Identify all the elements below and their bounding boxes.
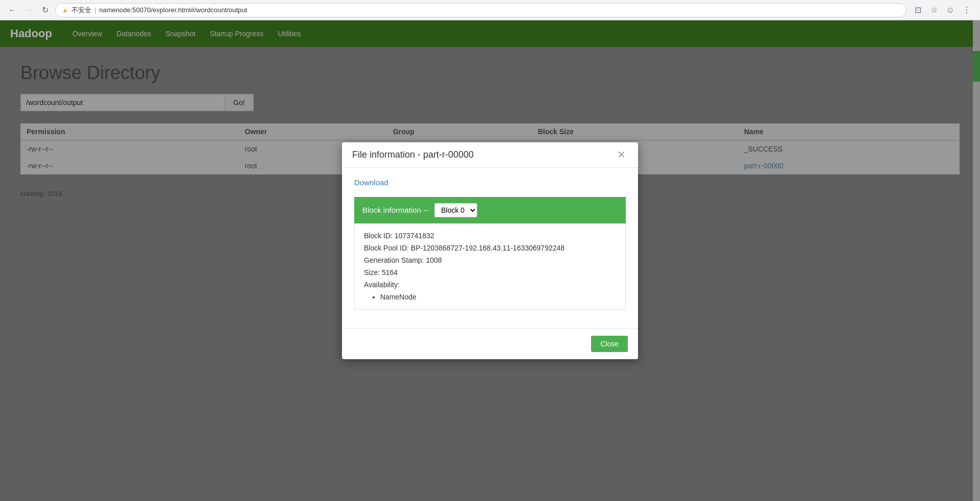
reload-button[interactable]: ↻ xyxy=(39,4,51,16)
modal-body: Download Block information -- Block 0 Bl… xyxy=(342,168,638,328)
modal-header: File information - part-r-00000 ✕ xyxy=(342,142,638,168)
address-bar[interactable]: ▲ 不安全 | namenode:50070/explorer.html#/wo… xyxy=(55,3,906,17)
warning-icon: ▲ xyxy=(62,6,68,14)
modal-close-button[interactable]: ✕ xyxy=(615,149,628,160)
availability-label: Availability: xyxy=(364,281,616,289)
modal-footer: Close xyxy=(342,328,638,359)
availability-item: NameNode xyxy=(380,293,616,301)
back-button[interactable]: ← xyxy=(6,4,18,16)
modal-title: File information - part-r-00000 xyxy=(352,149,474,160)
block-pool-id: Block Pool ID: BP-1203868727-192.168.43.… xyxy=(364,244,616,252)
browser-chrome: ← → ↻ ▲ 不安全 | namenode:50070/explorer.ht… xyxy=(0,0,980,20)
url-text: namenode:50070/explorer.html#/wordcount/… xyxy=(99,6,247,14)
generation-stamp: Generation Stamp: 1008 xyxy=(364,256,616,264)
bookmark-button[interactable]: ☆ xyxy=(927,3,941,17)
cast-button[interactable]: ⊡ xyxy=(911,3,925,17)
block-details: Block ID: 1073741832 Block Pool ID: BP-1… xyxy=(354,223,626,310)
warning-text: 不安全 xyxy=(71,6,91,15)
modal-overlay: File information - part-r-00000 ✕ Downlo… xyxy=(0,20,980,501)
availability-list: NameNode xyxy=(364,293,616,301)
block-select[interactable]: Block 0 xyxy=(434,203,477,217)
forward-button[interactable]: → xyxy=(22,4,35,16)
modal-dialog: File information - part-r-00000 ✕ Downlo… xyxy=(342,142,638,359)
profile-button[interactable]: ☺ xyxy=(943,3,958,17)
browser-icons: ⊡ ☆ ☺ ⋮ xyxy=(911,3,974,17)
download-link[interactable]: Download xyxy=(354,178,388,187)
block-info-container: Block information -- Block 0 Block ID: 1… xyxy=(354,197,626,310)
block-info-label: Block information -- xyxy=(362,206,428,214)
close-button[interactable]: Close xyxy=(591,336,628,352)
size-label: Size: 5164 xyxy=(364,268,616,277)
page-background: Hadoop Overview Datanodes Snapshot Start… xyxy=(0,20,980,501)
menu-button[interactable]: ⋮ xyxy=(960,3,974,17)
block-id: Block ID: 1073741832 xyxy=(364,232,616,240)
block-info-header: Block information -- Block 0 xyxy=(354,197,626,223)
